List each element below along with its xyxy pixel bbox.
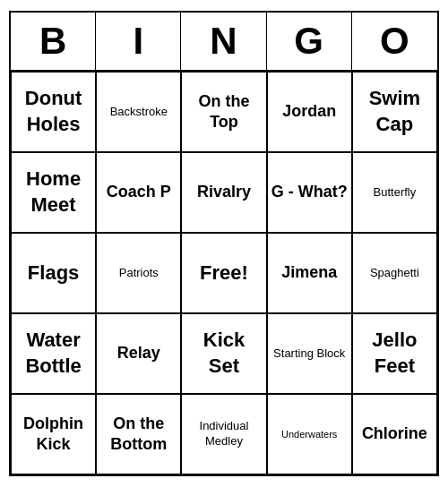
- bingo-cell-5: Home Meet: [11, 152, 96, 233]
- bingo-cell-15: Water Bottle: [11, 313, 96, 394]
- bingo-cell-13: Jimena: [267, 233, 352, 313]
- bingo-cell-text-12: Free!: [200, 261, 248, 286]
- bingo-cell-21: On the Bottom: [96, 394, 181, 474]
- bingo-cell-text-3: Jordan: [282, 101, 336, 122]
- bingo-cell-text-24: Chlorine: [362, 423, 427, 444]
- bingo-cell-8: G - What?: [267, 152, 352, 233]
- bingo-cell-23: Underwaters: [267, 394, 352, 474]
- bingo-cell-19: Jello Feet: [352, 313, 437, 394]
- bingo-cell-text-19: Jello Feet: [357, 328, 433, 379]
- bingo-cell-20: Dolphin Kick: [11, 394, 96, 474]
- bingo-cell-12: Free!: [181, 233, 266, 313]
- bingo-cell-24: Chlorine: [352, 394, 437, 474]
- bingo-cell-16: Relay: [96, 313, 181, 394]
- bingo-cell-11: Patriots: [96, 233, 181, 313]
- bingo-cell-14: Spaghetti: [352, 233, 437, 313]
- bingo-cell-0: Donut Holes: [11, 72, 96, 152]
- bingo-cell-text-5: Home Meet: [15, 167, 91, 218]
- bingo-cell-2: On the Top: [181, 72, 266, 152]
- bingo-cell-text-21: On the Bottom: [100, 414, 177, 456]
- bingo-cell-text-2: On the Top: [185, 91, 262, 133]
- bingo-cell-text-16: Relay: [117, 343, 160, 363]
- bingo-cell-text-0: Donut Holes: [15, 86, 91, 137]
- bingo-header: BINGO: [11, 13, 437, 72]
- bingo-cell-text-6: Coach P: [107, 182, 171, 202]
- bingo-card: BINGO Donut HolesBackstrokeOn the TopJor…: [9, 11, 439, 476]
- bingo-cell-text-4: Swim Cap: [357, 86, 433, 137]
- bingo-cell-17: Kick Set: [181, 313, 266, 394]
- bingo-cell-text-15: Water Bottle: [15, 328, 91, 379]
- bingo-cell-text-18: Starting Block: [273, 346, 345, 362]
- bingo-cell-3: Jordan: [267, 72, 352, 152]
- bingo-cell-9: Butterfly: [352, 152, 437, 233]
- bingo-grid: Donut HolesBackstrokeOn the TopJordanSwi…: [11, 72, 437, 474]
- bingo-cell-text-1: Backstroke: [110, 105, 168, 120]
- bingo-cell-text-20: Dolphin Kick: [15, 414, 91, 456]
- bingo-letter-b: B: [11, 13, 96, 70]
- bingo-cell-text-23: Underwaters: [281, 428, 337, 440]
- bingo-cell-1: Backstroke: [96, 72, 181, 152]
- bingo-cell-text-13: Jimena: [281, 262, 337, 283]
- bingo-cell-text-11: Patriots: [119, 266, 159, 281]
- bingo-letter-g: G: [267, 13, 352, 70]
- bingo-letter-i: I: [96, 13, 181, 70]
- bingo-cell-text-14: Spaghetti: [370, 266, 419, 281]
- bingo-cell-7: Rivalry: [181, 152, 266, 233]
- bingo-letter-n: N: [181, 13, 266, 70]
- bingo-cell-text-10: Flags: [28, 261, 79, 286]
- bingo-cell-text-17: Kick Set: [185, 328, 262, 379]
- bingo-cell-text-9: Butterfly: [374, 185, 417, 201]
- bingo-cell-10: Flags: [11, 233, 96, 313]
- bingo-cell-22: Individual Medley: [181, 394, 266, 474]
- bingo-cell-text-8: G - What?: [271, 182, 348, 202]
- bingo-cell-4: Swim Cap: [352, 72, 437, 152]
- bingo-letter-o: O: [352, 13, 437, 70]
- bingo-cell-6: Coach P: [96, 152, 181, 233]
- bingo-cell-18: Starting Block: [267, 313, 352, 394]
- bingo-cell-text-22: Individual Medley: [185, 419, 262, 449]
- bingo-cell-text-7: Rivalry: [197, 182, 251, 202]
